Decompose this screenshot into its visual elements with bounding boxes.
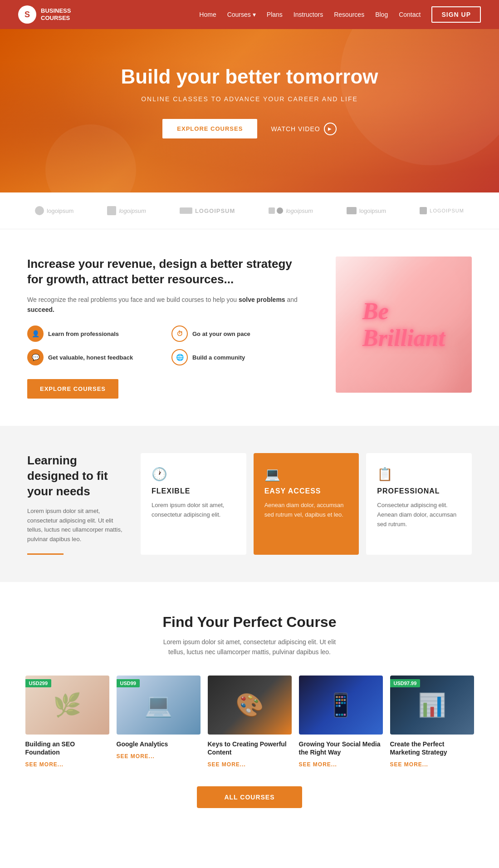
courses-heading: Find Your Perfect Course [18,614,481,631]
hero-watch-button[interactable]: WATCH VIDEO ▶ [271,123,336,135]
hero-subtitle: ONLINE CLASSES TO ADVANCE YOUR CAREER AN… [18,95,481,103]
nav-contact[interactable]: Contact [399,11,421,18]
course-card-analytics[interactable]: 💻 USD99 Google Analytics SEE MORE... [117,676,201,768]
logo-icon: S [18,5,36,24]
features-heading: Increase your revenue, design a better s… [27,256,308,287]
community-icon: 🌐 [171,349,188,365]
features-right: BeBrilliant [336,256,472,393]
partner-logo-2: logoipsum [107,206,146,215]
learning-card-easy-access: 💻 EASY ACCESS Aenean diam dolor, accumsa… [254,453,359,555]
learning-section: Learning designed to fit your needs Lore… [0,426,499,582]
logo-shape-2 [107,206,116,215]
hero-buttons: EXPLORE COURSES WATCH VIDEO ▶ [18,119,481,138]
see-more-marketing[interactable]: SEE MORE... [390,761,428,768]
logos-section: logoipsum logoipsum LOGOIPSUM logoipsum … [0,192,499,229]
easy-access-icon: 💻 [264,467,348,482]
logo-text: BUSINESS COURSES [41,7,71,21]
hero-title: Build your better tomorrow [18,65,481,88]
features-image: BeBrilliant [336,256,472,393]
course-thumb-analytics: 💻 USD99 [117,676,201,735]
feature-community: 🌐 Build a community [171,349,308,365]
see-more-social[interactable]: SEE MORE... [299,761,337,768]
feature-professionals: 👤 Learn from professionals [27,326,164,342]
orange-divider [27,553,64,555]
signup-button[interactable]: SIGN UP [431,6,481,23]
see-more-seo[interactable]: SEE MORE... [25,761,64,768]
partner-logo-3: LOGOIPSUM [180,207,235,214]
learning-left: Learning designed to fit your needs Lore… [27,453,127,555]
courses-description: Lorem ipsum dolor sit amet, consectetur … [154,637,345,657]
nav-blog[interactable]: Blog [375,11,388,18]
learning-heading: Learning designed to fit your needs [27,453,127,499]
course-card-content[interactable]: 🎨 Keys to Creating Powerful Content SEE … [208,676,292,768]
logo: S BUSINESS COURSES [18,5,71,24]
course-card-marketing[interactable]: 📊 USD97.99 Create the Perfect Marketing … [390,676,474,768]
feature-own-pace: ⏱ Go at your own pace [171,326,308,342]
courses-header: Find Your Perfect Course Lorem ipsum dol… [18,614,481,657]
price-badge-seo: USD299 [25,679,52,687]
flexible-title: FLEXIBLE [152,487,235,495]
learning-card-flexible: 🕐 FLEXIBLE Lorem ipsum dolor sit amet, c… [141,453,246,555]
features-left: Increase your revenue, design a better s… [27,256,308,399]
learning-description: Lorem ipsum dolor sit amet, consectetur … [27,507,127,544]
course-thumb-content: 🎨 [208,676,292,735]
flexible-desc: Lorem ipsum dolor sit amet, consectetur … [152,501,235,520]
see-more-analytics[interactable]: SEE MORE... [117,753,155,760]
professional-title: PROFESSIONAL [377,487,461,495]
price-badge-marketing: USD97.99 [390,679,421,687]
hero-content: Build your better tomorrow ONLINE CLASSE… [18,65,481,138]
see-more-content[interactable]: SEE MORE... [208,761,246,768]
course-title-analytics: Google Analytics [117,740,201,748]
course-title-content: Keys to Creating Powerful Content [208,740,292,756]
logo-shape-1 [35,206,44,215]
hero-section: Build your better tomorrow ONLINE CLASSE… [0,29,499,192]
courses-section: Find Your Perfect Course Lorem ipsum dol… [0,582,499,840]
features-explore-button[interactable]: EXPLORE COURSES [27,379,118,399]
partner-logo-6: LOGOIPSUM [420,207,464,214]
nav-instructors[interactable]: Instructors [294,11,323,18]
professional-icon: 📋 [377,467,461,482]
navbar: S BUSINESS COURSES Home Courses ▾ Plans … [0,0,499,29]
nav-courses[interactable]: Courses ▾ [227,11,256,18]
feature-feedback: 💬 Get valuable, honest feedback [27,349,164,365]
logo-shape-5 [347,207,357,214]
learning-cards: 🕐 FLEXIBLE Lorem ipsum dolor sit amet, c… [141,453,472,555]
course-thumb-marketing: 📊 USD97.99 [390,676,474,735]
brilliant-image: BeBrilliant [336,256,472,393]
features-section: Increase your revenue, design a better s… [0,229,499,426]
professionals-icon: 👤 [27,326,44,342]
logo-shape-3 [180,207,192,214]
logo-dots [269,207,283,214]
course-title-seo: Building an SEO Foundation [25,740,109,756]
course-image-social: 📱 [299,676,383,735]
courses-grid: 🌿 USD299 Building an SEO Foundation SEE … [18,676,481,768]
course-thumb-social: 📱 [299,676,383,735]
partner-logo-5: logoipsum [347,207,386,214]
easy-access-desc: Aenean diam dolor, accumsan sed rutrum v… [264,501,348,520]
price-badge-analytics: USD99 [117,679,140,687]
all-courses-button[interactable]: ALL COURSES [197,786,302,808]
hero-explore-button[interactable]: EXPLORE COURSES [162,119,257,138]
brilliant-text: BeBrilliant [362,298,445,351]
flexible-icon: 🕐 [152,467,235,482]
chevron-down-icon: ▾ [253,11,256,18]
nav-plans[interactable]: Plans [267,11,283,18]
feedback-icon: 💬 [27,349,44,365]
partner-logo-4: logoipsum [269,207,313,214]
nav-links: Home Courses ▾ Plans Instructors Resourc… [199,6,481,23]
nav-resources[interactable]: Resources [334,11,364,18]
course-title-social: Growing Your Social Media the Right Way [299,740,383,756]
pace-icon: ⏱ [171,326,188,342]
course-card-seo[interactable]: 🌿 USD299 Building an SEO Foundation SEE … [25,676,109,768]
logo-shape-6 [420,207,427,214]
course-title-marketing: Create the Perfect Marketing Strategy [390,740,474,756]
course-card-social[interactable]: 📱 Growing Your Social Media the Right Wa… [299,676,383,768]
features-grid: 👤 Learn from professionals ⏱ Go at your … [27,326,308,365]
all-courses-wrapper: ALL COURSES [18,786,481,808]
professional-desc: Consectetur adipiscing elit. Aenean diam… [377,501,461,529]
course-thumb-seo: 🌿 USD299 [25,676,109,735]
nav-home[interactable]: Home [199,11,216,18]
features-description: We recognize the real problems you face … [27,295,308,315]
course-image-content: 🎨 [208,676,292,735]
learning-card-professional: 📋 PROFESSIONAL Consectetur adipiscing el… [366,453,472,555]
